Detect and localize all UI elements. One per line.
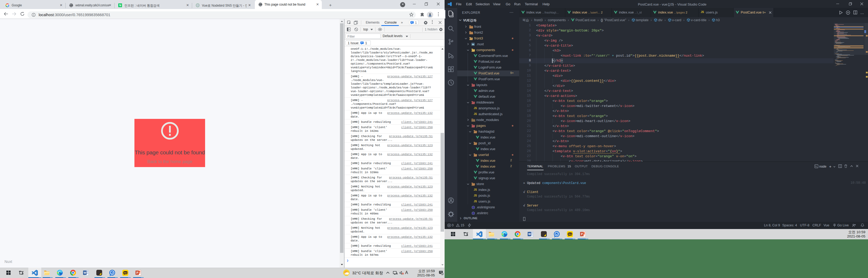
- svg-text:1: 1: [442, 273, 443, 275]
